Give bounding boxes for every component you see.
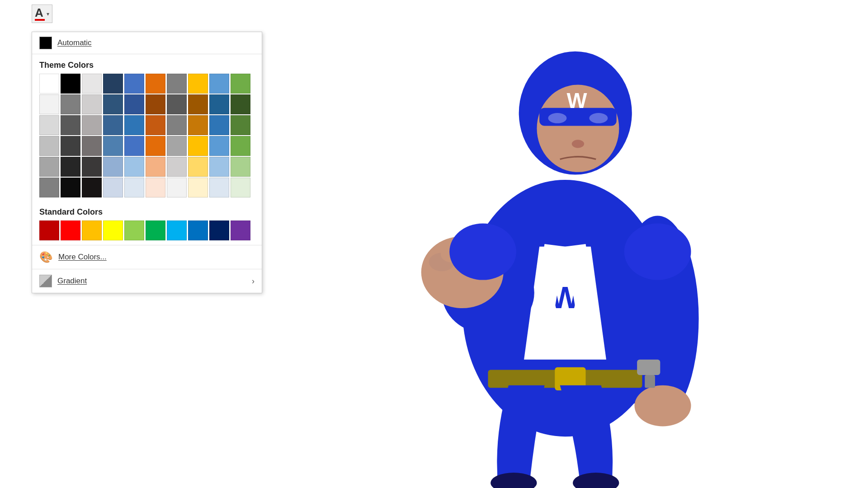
theme-col-3 — [103, 74, 123, 197]
theme-swatch-3-1[interactable] — [103, 94, 123, 114]
theme-col-9 — [231, 74, 250, 197]
theme-swatch-3-0[interactable] — [103, 74, 123, 94]
std-swatch-1[interactable] — [61, 221, 80, 240]
automatic-swatch — [39, 37, 52, 49]
gradient-arrow: › — [252, 277, 255, 286]
theme-swatch-9-1[interactable] — [231, 94, 250, 114]
theme-swatch-8-1[interactable] — [209, 94, 229, 114]
theme-swatch-5-1[interactable] — [146, 94, 165, 114]
theme-swatch-4-1[interactable] — [124, 94, 144, 114]
svg-point-7 — [589, 113, 608, 123]
theme-swatch-3-2[interactable] — [103, 115, 123, 135]
theme-swatch-0-4[interactable] — [39, 157, 59, 177]
std-swatch-6[interactable] — [167, 221, 187, 240]
theme-swatch-9-2[interactable] — [231, 115, 250, 135]
theme-swatch-3-5[interactable] — [103, 178, 123, 197]
svg-text:W: W — [567, 89, 587, 113]
more-colors-icon: 🎨 — [39, 251, 53, 263]
theme-color-grid — [32, 74, 262, 201]
std-swatch-5[interactable] — [146, 221, 165, 240]
theme-swatch-8-5[interactable] — [209, 178, 229, 197]
theme-col-7 — [188, 74, 208, 197]
theme-swatch-4-5[interactable] — [124, 178, 144, 197]
theme-swatch-8-4[interactable] — [209, 157, 229, 177]
theme-swatch-1-2[interactable] — [61, 115, 80, 135]
theme-swatch-7-5[interactable] — [188, 178, 208, 197]
theme-swatch-7-0[interactable] — [188, 74, 208, 94]
theme-swatch-7-2[interactable] — [188, 115, 208, 135]
theme-swatch-9-0[interactable] — [231, 74, 250, 94]
theme-col-8 — [209, 74, 229, 197]
theme-swatch-1-4[interactable] — [61, 157, 80, 177]
font-color-letter: A — [35, 7, 45, 19]
std-swatch-9[interactable] — [231, 221, 250, 240]
theme-swatch-1-3[interactable] — [61, 136, 80, 156]
theme-swatch-5-3[interactable] — [146, 136, 165, 156]
theme-swatch-4-0[interactable] — [124, 74, 144, 94]
theme-swatch-0-1[interactable] — [39, 94, 59, 114]
theme-swatch-0-3[interactable] — [39, 136, 59, 156]
theme-swatch-2-4[interactable] — [82, 157, 102, 177]
theme-swatch-8-0[interactable] — [209, 74, 229, 94]
theme-swatch-2-5[interactable] — [82, 178, 102, 197]
gradient-option[interactable]: Gradient › — [32, 269, 262, 293]
theme-swatch-8-2[interactable] — [209, 115, 229, 135]
theme-swatch-9-5[interactable] — [231, 178, 250, 197]
theme-swatch-3-4[interactable] — [103, 157, 123, 177]
hero-image-area: W W — [262, 0, 868, 488]
gradient-swatch — [39, 275, 52, 287]
std-swatch-0[interactable] — [39, 221, 59, 240]
standard-color-grid — [32, 221, 262, 245]
svg-point-17 — [634, 385, 691, 427]
theme-col-6 — [167, 74, 187, 197]
theme-swatch-0-2[interactable] — [39, 115, 59, 135]
font-color-button[interactable]: A ▾ — [32, 5, 52, 23]
theme-swatch-9-3[interactable] — [231, 136, 250, 156]
theme-swatch-2-3[interactable] — [82, 136, 102, 156]
hero-svg: W W — [262, 0, 868, 488]
std-swatch-7[interactable] — [188, 221, 208, 240]
theme-swatch-2-0[interactable] — [82, 74, 102, 94]
std-swatch-3[interactable] — [103, 221, 123, 240]
more-colors-option[interactable]: 🎨 More Colors... — [32, 245, 262, 269]
svg-point-9 — [572, 140, 584, 148]
theme-swatch-5-2[interactable] — [146, 115, 165, 135]
theme-swatch-7-1[interactable] — [188, 94, 208, 114]
std-swatch-2[interactable] — [82, 221, 102, 240]
theme-swatch-1-5[interactable] — [61, 178, 80, 197]
svg-rect-27 — [645, 375, 655, 388]
theme-swatch-4-3[interactable] — [124, 136, 144, 156]
color-picker-panel: Automatic Theme Colors Standard Colors 🎨… — [32, 32, 262, 293]
std-swatch-8[interactable] — [209, 221, 229, 240]
theme-col-0 — [39, 74, 59, 197]
theme-swatch-9-4[interactable] — [231, 157, 250, 177]
theme-swatch-7-4[interactable] — [188, 157, 208, 177]
theme-col-1 — [61, 74, 80, 197]
automatic-option[interactable]: Automatic — [32, 32, 262, 54]
theme-swatch-6-4[interactable] — [167, 157, 187, 177]
theme-swatch-7-3[interactable] — [188, 136, 208, 156]
theme-swatch-2-1[interactable] — [82, 94, 102, 114]
theme-col-5 — [146, 74, 165, 197]
theme-swatch-6-0[interactable] — [167, 74, 187, 94]
theme-swatch-1-0[interactable] — [61, 74, 80, 94]
theme-swatch-6-1[interactable] — [167, 94, 187, 114]
svg-point-22 — [449, 224, 516, 280]
theme-swatch-5-5[interactable] — [146, 178, 165, 197]
theme-swatch-4-2[interactable] — [124, 115, 144, 135]
svg-point-23 — [624, 224, 691, 280]
theme-swatch-4-4[interactable] — [124, 157, 144, 177]
dropdown-arrow[interactable]: ▾ — [47, 11, 49, 17]
theme-swatch-6-5[interactable] — [167, 178, 187, 197]
theme-swatch-2-2[interactable] — [82, 115, 102, 135]
theme-swatch-5-4[interactable] — [146, 157, 165, 177]
theme-swatch-5-0[interactable] — [146, 74, 165, 94]
std-swatch-4[interactable] — [124, 221, 144, 240]
theme-swatch-1-1[interactable] — [61, 94, 80, 114]
theme-swatch-0-0[interactable] — [39, 74, 59, 94]
theme-swatch-6-2[interactable] — [167, 115, 187, 135]
theme-swatch-8-3[interactable] — [209, 136, 229, 156]
theme-swatch-6-3[interactable] — [167, 136, 187, 156]
theme-swatch-0-5[interactable] — [39, 178, 59, 197]
theme-swatch-3-3[interactable] — [103, 136, 123, 156]
